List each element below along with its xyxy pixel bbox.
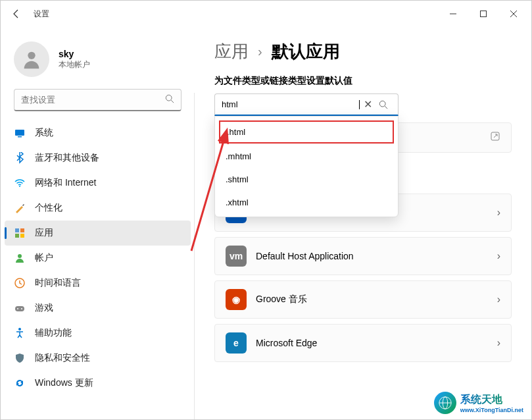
time-icon: [14, 277, 26, 289]
apps-list: ◉Cortana›vmDefault Host Application›◉Gro…: [214, 194, 512, 362]
nav-item-label: 应用: [35, 227, 53, 239]
svg-point-17: [17, 308, 18, 309]
nav-item-bluetooth[interactable]: 蓝牙和其他设备: [5, 145, 191, 171]
nav-item-apps[interactable]: 应用: [5, 221, 191, 246]
apps-icon: [14, 227, 26, 239]
open-external-icon: [490, 131, 500, 144]
close-button[interactable]: [498, 1, 529, 27]
sidebar-search-input[interactable]: [21, 95, 165, 105]
filetype-search-box[interactable]: ✕: [214, 93, 399, 116]
svg-point-9: [19, 186, 20, 187]
nav-item-label: 辅助功能: [35, 327, 72, 339]
nav-item-account[interactable]: 帐户: [5, 246, 191, 271]
search-icon: [165, 94, 174, 106]
profile-subtitle: 本地帐户: [59, 59, 90, 70]
app-label: Groove 音乐: [256, 294, 488, 305]
sidebar-search[interactable]: [14, 89, 181, 111]
filetype-dropdown: .html.mhtml.shtml.xhtml: [214, 116, 399, 217]
wifi-icon: [14, 177, 26, 189]
svg-rect-8: [18, 136, 22, 138]
breadcrumb: 应用 › 默认应用: [214, 40, 512, 63]
nav-item-label: 系统: [35, 127, 53, 139]
app-icon: e: [226, 332, 247, 354]
nav-item-update[interactable]: Windows 更新: [5, 371, 191, 396]
nav-item-label: 隐私和安全性: [35, 352, 90, 364]
chevron-right-icon: ›: [497, 294, 500, 305]
app-label: Default Host Application: [256, 251, 488, 261]
bluetooth-icon: [14, 152, 26, 164]
app-label: Microsoft Edge: [256, 338, 488, 348]
brush-icon: [14, 202, 26, 214]
svg-rect-11: [20, 228, 24, 232]
svg-rect-13: [20, 234, 24, 238]
game-icon: [14, 302, 26, 314]
breadcrumb-parent[interactable]: 应用: [214, 40, 249, 63]
chevron-right-icon: ›: [497, 207, 500, 219]
watermark-url: www.XiTongTianDi.net: [460, 407, 523, 413]
dropdown-item[interactable]: .shtml: [215, 168, 398, 191]
nav-item-brush[interactable]: 个性化: [5, 196, 191, 221]
clear-icon[interactable]: ✕: [360, 98, 375, 111]
titlebar: 设置: [1, 1, 531, 27]
svg-line-21: [385, 106, 387, 109]
main-content: 应用 › 默认应用 为文件类型或链接类型设置默认值 ✕ .html.mhtml.…: [195, 27, 531, 419]
profile-name: sky: [59, 49, 90, 59]
nav-item-label: 蓝牙和其他设备: [35, 152, 99, 164]
watermark: 系统天地 www.XiTongTianDi.net: [434, 392, 523, 414]
filetype-search-container: ✕ .html.mhtml.shtml.xhtml: [214, 93, 399, 116]
nav-item-label: Windows 更新: [35, 377, 93, 389]
window-title: 设置: [34, 9, 49, 20]
svg-rect-10: [15, 228, 19, 232]
svg-point-5: [166, 95, 172, 101]
nav-item-time[interactable]: 时间和语言: [5, 271, 191, 296]
account-icon: [14, 252, 26, 264]
svg-rect-12: [15, 234, 19, 238]
update-icon: [14, 377, 26, 389]
chevron-right-icon: ›: [497, 337, 500, 349]
section-title: 为文件类型或链接类型设置默认值: [214, 75, 512, 87]
svg-point-18: [21, 308, 22, 309]
app-row[interactable]: eMicrosoft Edge›: [214, 324, 512, 362]
sidebar: sky 本地帐户 系统蓝牙和其他设备网络和 Internet个性化应用帐户时间和…: [1, 27, 195, 419]
svg-rect-1: [481, 11, 487, 17]
search-icon[interactable]: [375, 100, 391, 109]
maximize-button[interactable]: [468, 1, 498, 27]
nav-item-game[interactable]: 游戏: [5, 296, 191, 321]
nav-item-privacy[interactable]: 隐私和安全性: [5, 346, 191, 371]
nav-item-label: 帐户: [35, 252, 53, 264]
app-icon: ◉: [226, 289, 247, 310]
app-row[interactable]: vmDefault Host Application›: [214, 237, 512, 275]
nav-item-label: 时间和语言: [35, 277, 81, 289]
access-icon: [14, 327, 26, 339]
svg-point-4: [28, 52, 35, 59]
nav-list: 系统蓝牙和其他设备网络和 Internet个性化应用帐户时间和语言游戏辅助功能隐…: [1, 120, 195, 396]
profile-block[interactable]: sky 本地帐户: [1, 34, 195, 89]
avatar: [14, 41, 49, 77]
svg-point-19: [18, 328, 21, 330]
privacy-icon: [14, 352, 26, 364]
filetype-search-input[interactable]: [222, 99, 359, 109]
nav-item-label: 网络和 Internet: [35, 177, 96, 189]
chevron-right-icon: ›: [258, 44, 262, 59]
svg-point-14: [18, 254, 22, 258]
breadcrumb-current: 默认应用: [272, 40, 340, 63]
minimize-button[interactable]: [438, 1, 468, 27]
dropdown-item[interactable]: .mhtml: [215, 145, 398, 168]
nav-item-label: 游戏: [35, 302, 53, 314]
back-button[interactable]: [3, 1, 30, 27]
system-icon: [14, 127, 26, 139]
dropdown-item[interactable]: .xhtml: [215, 191, 398, 214]
nav-item-access[interactable]: 辅助功能: [5, 321, 191, 346]
globe-icon: [434, 392, 456, 414]
svg-rect-16: [15, 306, 24, 311]
nav-item-system[interactable]: 系统: [5, 120, 191, 145]
svg-point-20: [379, 101, 385, 107]
app-row[interactable]: ◉Groove 音乐›: [214, 280, 512, 319]
nav-item-wifi[interactable]: 网络和 Internet: [5, 171, 191, 196]
dropdown-item[interactable]: .html: [219, 120, 394, 144]
chevron-right-icon: ›: [497, 250, 500, 262]
nav-item-label: 个性化: [35, 202, 62, 214]
watermark-title: 系统天地: [460, 393, 523, 407]
window-controls: [438, 1, 529, 27]
svg-rect-7: [15, 130, 24, 136]
